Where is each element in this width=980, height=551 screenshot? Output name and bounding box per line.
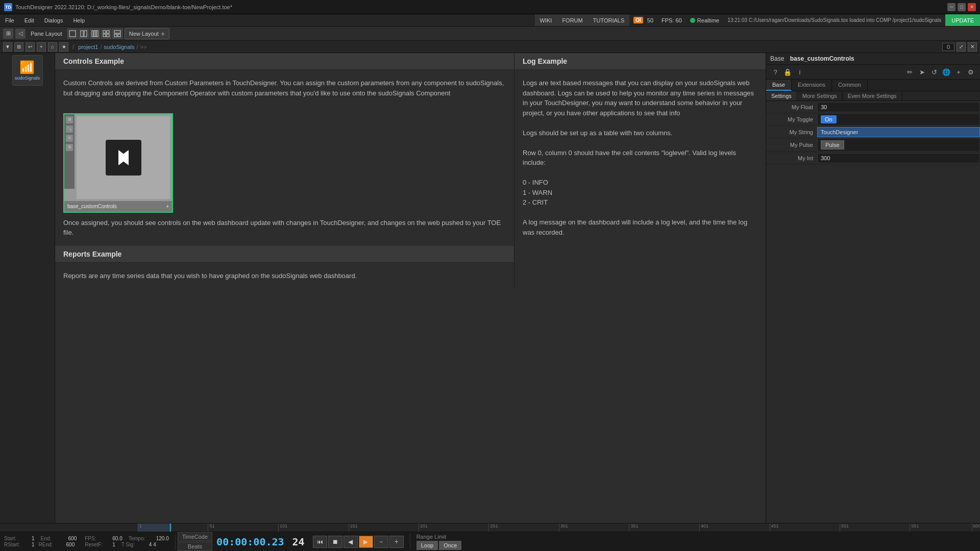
param-tab-base[interactable]: Base [766, 80, 792, 91]
menu-dialogs[interactable]: Dialogs [39, 14, 68, 26]
stat-tsig-value: 4 4 [149, 542, 156, 547]
layout-custom[interactable] [112, 29, 122, 39]
transport-play-btn[interactable]: ▶ [359, 536, 373, 548]
param-question-icon[interactable]: ? [770, 67, 780, 77]
beats-btn[interactable]: Beats [178, 542, 212, 551]
param-globe-icon[interactable]: 🌐 [941, 67, 951, 77]
layout-quad[interactable] [101, 29, 111, 39]
comp-tool-1[interactable]: ⚙ [66, 116, 73, 123]
stat-row-fps-tempo: FPS: 60.0 Tempo: 120.0 [85, 536, 169, 541]
breadcrumb-sep2: / [136, 44, 138, 50]
param-plus-icon[interactable]: + [953, 67, 964, 77]
comp-tool-3[interactable]: ⚙ [66, 144, 73, 151]
transport-stop-btn[interactable]: ⏹ [328, 536, 342, 548]
sidebar-item-wifi[interactable]: 📶 sudoSignals [12, 55, 43, 86]
menu-help[interactable]: Help [68, 14, 90, 26]
svg-rect-9 [107, 34, 109, 37]
range-limit-label: Range Limit [416, 534, 462, 540]
log-text2: Logs should be set up as a table with tw… [523, 128, 757, 138]
param-label-mypulse: My Pulse [766, 140, 817, 150]
top-row: Controls Example Custom Controls are der… [55, 53, 766, 246]
once-button[interactable]: Once [439, 541, 461, 550]
transport-prev-frame-btn[interactable]: ◀ [344, 536, 358, 548]
menu-file[interactable]: File [0, 14, 19, 26]
nav-toggle-btn[interactable]: ▼ [3, 42, 12, 52]
param-tab-extensions[interactable]: Extensions [792, 80, 832, 91]
ruler-tick-101: 101 [278, 523, 287, 532]
param-pulse-button[interactable]: Pulse [821, 140, 844, 149]
param-row-mystring: My String TouchDesigner [766, 126, 980, 138]
nav-add-btn[interactable]: + [37, 42, 46, 52]
param-value-myfloat[interactable]: 30 [817, 102, 980, 112]
breadcrumb: project1 / sudoSignals / >> [78, 44, 146, 50]
loop-buttons: Loop Once [416, 541, 462, 550]
timeline: 1 51 101 151 201 251 301 351 401 451 501… [0, 523, 980, 551]
param-value-myint[interactable]: 300 [817, 153, 980, 163]
minimize-button[interactable]: ─ [947, 3, 955, 11]
ruler-tick-451: 451 [770, 523, 779, 532]
timeline-played-region [138, 523, 170, 532]
close-button[interactable]: ✕ [968, 3, 976, 11]
param-edit-icon[interactable]: ✏ [904, 67, 915, 77]
param-arrow-icon[interactable]: ➤ [917, 67, 927, 77]
param-value-mystring[interactable]: TouchDesigner [817, 127, 980, 137]
component-toolbar: ⚙ 🔧 ✕ ⚙ [64, 114, 75, 189]
param-value-mytoggle-container: On [817, 113, 980, 126]
range-limit-section: Range Limit Loop Once [412, 534, 466, 550]
param-info-icon[interactable]: i [795, 67, 805, 77]
param-subtab-evenmore[interactable]: Even More Settings [843, 91, 902, 101]
transport-rewind-btn[interactable]: ⏮ [313, 536, 327, 548]
nav-home-btn[interactable]: ⌂ [48, 42, 57, 52]
window-controls[interactable]: ─ □ ✕ [947, 3, 976, 11]
param-refresh-icon[interactable]: ↺ [929, 67, 939, 77]
oi-badge: OI [633, 17, 643, 23]
timecode-type-btn[interactable]: TimeCode [178, 532, 212, 541]
nav-grid-btn[interactable]: ⊞ [14, 42, 23, 52]
main-container: 📶 sudoSignals Controls Example Custom Co… [0, 53, 980, 523]
comp-tool-2[interactable]: 🔧 [66, 126, 73, 133]
maximize-button[interactable]: □ [958, 3, 966, 11]
transport-minus-btn[interactable]: − [374, 536, 388, 548]
menu-edit[interactable]: Edit [19, 14, 39, 26]
breadcrumb-sudosignals[interactable]: sudoSignals [104, 44, 135, 50]
stat-resetf-label: ResetF: [85, 542, 110, 547]
log-text3: Row 0, column 0 should have the cell con… [523, 148, 757, 168]
tutorials-button[interactable]: TUTORIALS [588, 14, 630, 26]
stat-row-reset-tsig: ResetF: 1 T Sig: 4 4 [85, 542, 169, 547]
update-button[interactable]: UPDATE [945, 14, 980, 26]
log-level-2: 2 - CRIT [523, 197, 757, 208]
param-subtab-more[interactable]: More Settings [797, 91, 843, 101]
new-layout-button[interactable]: New Layout + [125, 28, 169, 39]
ruler-tick-401: 401 [699, 523, 708, 532]
loop-button[interactable]: Loop [416, 541, 438, 550]
nav-back-btn[interactable]: ↩ [26, 42, 35, 52]
param-subtab-settings[interactable]: Settings [766, 91, 797, 101]
log-level-1: 1 - WARN [523, 188, 757, 198]
controls-paragraph1: Custom Controls are derived from Custom … [63, 78, 506, 98]
stat-rend-label: REnd: [39, 542, 64, 547]
layout-two-col[interactable] [79, 29, 89, 39]
comp-tool-x[interactable]: ✕ [66, 135, 73, 142]
wiki-button[interactable]: WIKI [535, 14, 557, 26]
bottom-row: Reports Example Reports are any time ser… [55, 246, 766, 289]
nav-star-btn[interactable]: ★ [59, 42, 68, 52]
svg-rect-11 [114, 34, 117, 37]
pane-home-icon[interactable]: ⊞ [3, 29, 13, 39]
param-tab-common[interactable]: Common [832, 80, 868, 91]
param-lock-icon[interactable]: 🔒 [782, 67, 793, 77]
stat-end-label: End: [41, 536, 66, 541]
layout-icons [67, 29, 122, 39]
breadcrumb-project1[interactable]: project1 [78, 44, 98, 50]
timeline-ruler[interactable]: 1 51 101 151 201 251 301 351 401 451 501… [138, 523, 980, 532]
layout-three-col[interactable] [90, 29, 100, 39]
param-toggle-on[interactable]: On [821, 115, 837, 123]
transport-plus-btn[interactable]: + [389, 536, 404, 548]
forum-button[interactable]: FORUM [557, 14, 587, 26]
nav-fullscreen-btn[interactable]: ⤢ [957, 42, 966, 52]
sidebar-wifi-label: sudoSignals [15, 76, 40, 81]
layout-single[interactable] [67, 29, 78, 39]
pane-back-icon[interactable]: ◁ [15, 29, 26, 39]
param-gear-icon[interactable]: ⚙ [966, 67, 976, 77]
controls-content: Custom Controls are derived from Custom … [55, 70, 514, 246]
nav-close-panel-btn[interactable]: ✕ [968, 42, 977, 52]
